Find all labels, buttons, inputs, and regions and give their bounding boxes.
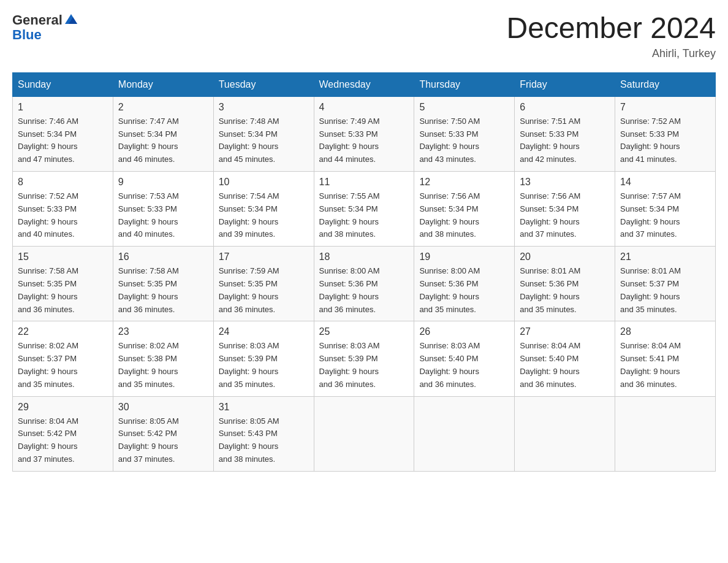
day-info: Sunrise: 7:46 AM Sunset: 5:34 PM Dayligh… xyxy=(18,115,108,166)
day-info: Sunrise: 8:00 AM Sunset: 5:36 PM Dayligh… xyxy=(419,265,509,316)
day-number: 31 xyxy=(219,402,309,413)
logo: General Blue xyxy=(12,12,77,43)
day-number: 17 xyxy=(219,251,309,262)
table-row: 12 Sunrise: 7:56 AM Sunset: 5:34 PM Dayl… xyxy=(414,171,515,246)
table-row: 7 Sunrise: 7:52 AM Sunset: 5:33 PM Dayli… xyxy=(615,96,716,171)
table-row: 9 Sunrise: 7:53 AM Sunset: 5:33 PM Dayli… xyxy=(113,171,213,246)
day-info: Sunrise: 8:03 AM Sunset: 5:40 PM Dayligh… xyxy=(419,340,509,391)
table-row: 27 Sunrise: 8:04 AM Sunset: 5:40 PM Dayl… xyxy=(515,321,615,396)
day-number: 16 xyxy=(118,251,208,262)
table-row xyxy=(515,396,615,471)
day-info: Sunrise: 7:58 AM Sunset: 5:35 PM Dayligh… xyxy=(118,265,208,316)
calendar-body: 1 Sunrise: 7:46 AM Sunset: 5:34 PM Dayli… xyxy=(13,96,716,471)
table-row: 14 Sunrise: 7:57 AM Sunset: 5:34 PM Dayl… xyxy=(615,171,716,246)
table-row: 28 Sunrise: 8:04 AM Sunset: 5:41 PM Dayl… xyxy=(615,321,716,396)
table-row: 4 Sunrise: 7:49 AM Sunset: 5:33 PM Dayli… xyxy=(314,96,414,171)
day-info: Sunrise: 8:01 AM Sunset: 5:36 PM Dayligh… xyxy=(520,265,610,316)
logo-text-blue: Blue xyxy=(12,27,77,43)
col-tuesday: Tuesday xyxy=(213,72,314,96)
month-title: December 2024 xyxy=(506,12,716,45)
day-number: 18 xyxy=(319,251,409,262)
table-row: 29 Sunrise: 8:04 AM Sunset: 5:42 PM Dayl… xyxy=(13,396,113,471)
table-row: 19 Sunrise: 8:00 AM Sunset: 5:36 PM Dayl… xyxy=(414,247,515,321)
day-info: Sunrise: 8:04 AM Sunset: 5:41 PM Dayligh… xyxy=(620,340,710,391)
col-friday: Friday xyxy=(515,72,615,96)
day-info: Sunrise: 7:59 AM Sunset: 5:35 PM Dayligh… xyxy=(219,265,309,316)
day-info: Sunrise: 7:57 AM Sunset: 5:34 PM Dayligh… xyxy=(620,190,710,241)
table-row xyxy=(414,396,515,471)
day-number: 5 xyxy=(419,102,509,113)
table-row: 10 Sunrise: 7:54 AM Sunset: 5:34 PM Dayl… xyxy=(213,171,314,246)
location: Ahirli, Turkey xyxy=(506,47,716,60)
table-row: 6 Sunrise: 7:51 AM Sunset: 5:33 PM Dayli… xyxy=(515,96,615,171)
table-row: 1 Sunrise: 7:46 AM Sunset: 5:34 PM Dayli… xyxy=(13,96,113,171)
table-row: 2 Sunrise: 7:47 AM Sunset: 5:34 PM Dayli… xyxy=(113,96,213,171)
day-info: Sunrise: 7:56 AM Sunset: 5:34 PM Dayligh… xyxy=(520,190,610,241)
table-row: 17 Sunrise: 7:59 AM Sunset: 5:35 PM Dayl… xyxy=(213,247,314,321)
day-number: 20 xyxy=(520,251,610,262)
day-number: 24 xyxy=(219,326,309,337)
table-row: 8 Sunrise: 7:52 AM Sunset: 5:33 PM Dayli… xyxy=(13,171,113,246)
day-info: Sunrise: 7:58 AM Sunset: 5:35 PM Dayligh… xyxy=(18,265,108,316)
day-number: 23 xyxy=(118,326,208,337)
day-info: Sunrise: 8:04 AM Sunset: 5:42 PM Dayligh… xyxy=(18,415,108,466)
table-row: 13 Sunrise: 7:56 AM Sunset: 5:34 PM Dayl… xyxy=(515,171,615,246)
day-info: Sunrise: 7:49 AM Sunset: 5:33 PM Dayligh… xyxy=(319,115,409,166)
day-number: 15 xyxy=(18,251,108,262)
day-info: Sunrise: 7:54 AM Sunset: 5:34 PM Dayligh… xyxy=(219,190,309,241)
table-row: 5 Sunrise: 7:50 AM Sunset: 5:33 PM Dayli… xyxy=(414,96,515,171)
col-sunday: Sunday xyxy=(13,72,113,96)
day-number: 13 xyxy=(520,177,610,188)
table-row: 26 Sunrise: 8:03 AM Sunset: 5:40 PM Dayl… xyxy=(414,321,515,396)
day-number: 22 xyxy=(18,326,108,337)
day-number: 8 xyxy=(18,177,108,188)
day-info: Sunrise: 8:04 AM Sunset: 5:40 PM Dayligh… xyxy=(520,340,610,391)
day-number: 7 xyxy=(620,102,710,113)
day-info: Sunrise: 8:01 AM Sunset: 5:37 PM Dayligh… xyxy=(620,265,710,316)
day-number: 3 xyxy=(219,102,309,113)
day-info: Sunrise: 7:48 AM Sunset: 5:34 PM Dayligh… xyxy=(219,115,309,166)
day-number: 26 xyxy=(419,326,509,337)
day-number: 21 xyxy=(620,251,710,262)
day-number: 19 xyxy=(419,251,509,262)
day-number: 25 xyxy=(319,326,409,337)
calendar-table: Sunday Monday Tuesday Wednesday Thursday… xyxy=(12,72,716,472)
day-info: Sunrise: 7:52 AM Sunset: 5:33 PM Dayligh… xyxy=(620,115,710,166)
col-monday: Monday xyxy=(113,72,213,96)
day-number: 28 xyxy=(620,326,710,337)
day-number: 27 xyxy=(520,326,610,337)
table-row: 11 Sunrise: 7:55 AM Sunset: 5:34 PM Dayl… xyxy=(314,171,414,246)
day-number: 2 xyxy=(118,102,208,113)
day-number: 10 xyxy=(219,177,309,188)
day-number: 9 xyxy=(118,177,208,188)
col-wednesday: Wednesday xyxy=(314,72,414,96)
table-row: 3 Sunrise: 7:48 AM Sunset: 5:34 PM Dayli… xyxy=(213,96,314,171)
day-info: Sunrise: 8:00 AM Sunset: 5:36 PM Dayligh… xyxy=(319,265,409,316)
day-info: Sunrise: 7:51 AM Sunset: 5:33 PM Dayligh… xyxy=(520,115,610,166)
day-number: 30 xyxy=(118,402,208,413)
table-row: 18 Sunrise: 8:00 AM Sunset: 5:36 PM Dayl… xyxy=(314,247,414,321)
table-row: 24 Sunrise: 8:03 AM Sunset: 5:39 PM Dayl… xyxy=(213,321,314,396)
title-area: December 2024 Ahirli, Turkey xyxy=(506,12,716,60)
col-thursday: Thursday xyxy=(414,72,515,96)
day-number: 14 xyxy=(620,177,710,188)
table-row: 31 Sunrise: 8:05 AM Sunset: 5:43 PM Dayl… xyxy=(213,396,314,471)
day-info: Sunrise: 8:02 AM Sunset: 5:38 PM Dayligh… xyxy=(118,340,208,391)
day-info: Sunrise: 7:53 AM Sunset: 5:33 PM Dayligh… xyxy=(118,190,208,241)
day-info: Sunrise: 8:05 AM Sunset: 5:43 PM Dayligh… xyxy=(219,415,309,466)
col-saturday: Saturday xyxy=(615,72,716,96)
day-info: Sunrise: 8:03 AM Sunset: 5:39 PM Dayligh… xyxy=(319,340,409,391)
page-header: General Blue December 2024 Ahirli, Turke… xyxy=(12,12,716,60)
day-info: Sunrise: 7:55 AM Sunset: 5:34 PM Dayligh… xyxy=(319,190,409,241)
logo-text-general: General xyxy=(12,12,63,28)
day-number: 1 xyxy=(18,102,108,113)
calendar-header: Sunday Monday Tuesday Wednesday Thursday… xyxy=(13,72,716,96)
logo-triangle-icon xyxy=(64,12,77,25)
day-number: 6 xyxy=(520,102,610,113)
table-row: 22 Sunrise: 8:02 AM Sunset: 5:37 PM Dayl… xyxy=(13,321,113,396)
day-info: Sunrise: 7:47 AM Sunset: 5:34 PM Dayligh… xyxy=(118,115,208,166)
table-row xyxy=(615,396,716,471)
day-info: Sunrise: 7:52 AM Sunset: 5:33 PM Dayligh… xyxy=(18,190,108,241)
table-row: 21 Sunrise: 8:01 AM Sunset: 5:37 PM Dayl… xyxy=(615,247,716,321)
day-number: 4 xyxy=(319,102,409,113)
